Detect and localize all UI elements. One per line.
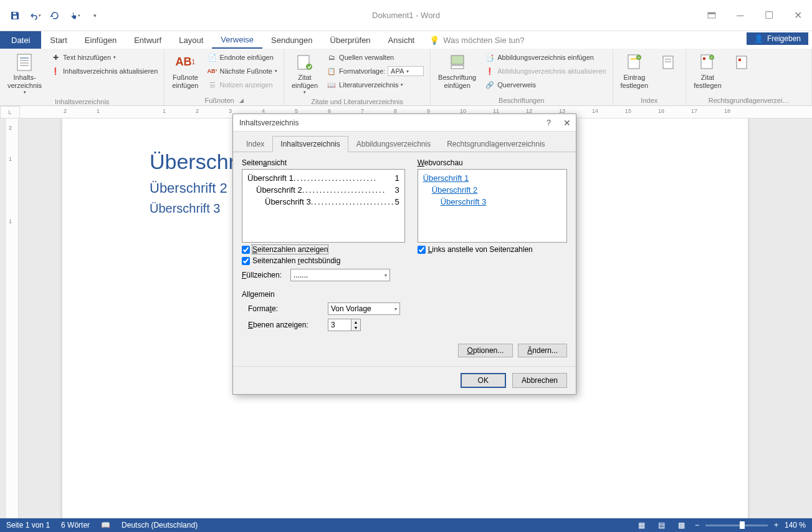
- web-preview-box[interactable]: Überschrift 1Überschrift 2Überschrift 3: [418, 169, 567, 243]
- crossref-button[interactable]: 🔗Querverweis: [482, 79, 608, 91]
- tab-ansicht[interactable]: Ansicht: [380, 31, 424, 49]
- group-label-captions: Beschriftungen: [434, 95, 608, 104]
- vertical-ruler[interactable]: 211: [6, 118, 19, 518]
- zoom-thumb[interactable]: [740, 521, 745, 529]
- ribbon-options-icon[interactable]: [697, 6, 726, 25]
- ruler-corner[interactable]: L: [0, 106, 20, 118]
- leader-combo[interactable]: .......▾: [290, 269, 390, 281]
- right-align-checkbox[interactable]: [242, 257, 250, 265]
- group-label-legal: Rechtsgrundlagenverzei…: [690, 95, 808, 104]
- zoom-slider[interactable]: [705, 525, 768, 526]
- levels-label: Ebenen anzeigen:: [248, 321, 323, 329]
- svg-text:+: +: [638, 56, 640, 60]
- insert-index-button[interactable]: [654, 51, 682, 75]
- undo-icon[interactable]: ▾: [26, 7, 44, 24]
- show-page-numbers-label[interactable]: Seitenzahlen anzeigen: [252, 245, 328, 254]
- modify-button[interactable]: Ändern...: [518, 344, 567, 357]
- tab-start[interactable]: Start: [41, 31, 75, 49]
- manage-sources-button[interactable]: 🗂Quellen verwalten: [324, 51, 426, 64]
- next-footnote-button[interactable]: AB¹Nächste Fußnote▾: [205, 65, 280, 77]
- add-text-button[interactable]: ✚Text hinzufügen▾: [48, 51, 160, 64]
- language-status[interactable]: Deutsch (Deutschland): [122, 521, 198, 530]
- dialog-tab-figures[interactable]: Abbildungsverzeichnis: [348, 136, 439, 152]
- word-count[interactable]: 6 Wörter: [61, 521, 90, 530]
- mark-entry-icon: +: [624, 52, 644, 72]
- dialog-tab-legal[interactable]: Rechtsgrundlagenverzeichnis: [439, 136, 553, 152]
- links-instead-checkbox[interactable]: [418, 246, 426, 254]
- levels-input[interactable]: [328, 319, 351, 331]
- redo-icon[interactable]: [46, 7, 64, 24]
- insert-citation-button[interactable]: Zitat einfügen ▾: [288, 51, 322, 97]
- dialog-tab-index[interactable]: Index: [238, 136, 272, 152]
- toc-icon: [15, 52, 35, 72]
- mark-entry-button[interactable]: + Eintrag festlegen: [617, 51, 652, 91]
- toc-button[interactable]: Inhalts- verzeichnis ▾: [4, 51, 45, 97]
- options-button[interactable]: Optionen...: [458, 344, 513, 357]
- dialog-tab-toc[interactable]: Inhaltsverzeichnis: [272, 136, 348, 152]
- footnotes-launcher[interactable]: ◢: [239, 97, 244, 104]
- print-layout-icon[interactable]: ▤: [655, 520, 669, 531]
- svg-text:+: +: [710, 56, 713, 60]
- add-text-icon: ✚: [50, 52, 60, 62]
- page-status[interactable]: Seite 1 von 1: [6, 521, 50, 530]
- read-mode-icon[interactable]: ▦: [635, 520, 649, 531]
- zoom-out-button[interactable]: −: [695, 521, 699, 530]
- spinner-up[interactable]: ▲: [351, 319, 360, 325]
- dialog-help-button[interactable]: ?: [547, 118, 551, 127]
- mark-citation-icon: +: [697, 52, 717, 72]
- update-figure-index-button[interactable]: ❗Abbildungsverzeichnis aktualisieren: [482, 65, 608, 77]
- show-page-numbers-checkbox[interactable]: [242, 246, 250, 254]
- svg-rect-9: [451, 56, 464, 64]
- bibliography-button[interactable]: 📖Literaturverzeichnis▾: [324, 79, 426, 91]
- show-notes-button[interactable]: ☰Notizen anzeigen: [205, 79, 280, 91]
- svg-rect-23: [738, 59, 741, 61]
- spell-check-icon[interactable]: 📖: [101, 521, 110, 530]
- minimize-button[interactable]: ─: [726, 6, 755, 25]
- tab-verweise[interactable]: Verweise: [212, 31, 262, 49]
- tab-layout[interactable]: Layout: [170, 31, 212, 49]
- maximize-button[interactable]: ☐: [755, 6, 783, 25]
- update-toc-button[interactable]: ❗Inhaltsverzeichnis aktualisieren: [48, 65, 160, 77]
- cancel-button[interactable]: Abbrechen: [512, 373, 567, 388]
- dialog-close-button[interactable]: ✕: [563, 118, 571, 128]
- web-layout-icon[interactable]: ▩: [675, 520, 689, 531]
- touch-mode-icon[interactable]: ▾: [66, 7, 84, 24]
- close-button[interactable]: ✕: [783, 6, 812, 25]
- links-instead-label[interactable]: Links anstelle von Seitenzahlen: [428, 245, 533, 254]
- print-preview-label: Seitenansicht: [242, 158, 405, 167]
- svg-rect-2: [17, 54, 31, 70]
- insert-figure-index-button[interactable]: 📑Abbildungsverzeichnis einfügen: [482, 51, 608, 64]
- style-combo[interactable]: APA▾: [388, 66, 424, 76]
- spinner-down[interactable]: ▼: [351, 325, 360, 331]
- ok-button[interactable]: OK: [461, 373, 506, 388]
- zoom-in-button[interactable]: +: [774, 521, 778, 530]
- insert-caption-button[interactable]: Beschriftung einfügen: [434, 51, 480, 91]
- dialog-titlebar[interactable]: Inhaltsverzeichnis ? ✕: [233, 114, 576, 132]
- tab-sendungen[interactable]: Sendungen: [262, 31, 322, 49]
- qat-customize-icon[interactable]: ▾: [86, 7, 103, 24]
- zoom-level[interactable]: 140 %: [785, 521, 806, 530]
- tab-einfuegen[interactable]: Einfügen: [76, 31, 125, 49]
- tab-ueberpruefen[interactable]: Überprüfen: [322, 31, 380, 49]
- insert-legal-button[interactable]: [728, 51, 755, 75]
- right-align-label[interactable]: Seitenzahlen rechtsbündig: [252, 256, 340, 265]
- formats-combo[interactable]: Von Vorlage▾: [328, 302, 400, 315]
- print-preview-box[interactable]: Überschrift 1 ........................1Ü…: [242, 169, 405, 243]
- insert-footnote-button[interactable]: AB1 Fußnote einfügen: [168, 51, 202, 91]
- levels-spinner[interactable]: ▲▼: [328, 319, 361, 331]
- save-icon[interactable]: [6, 7, 24, 24]
- quick-access-toolbar: ▾ ▾ ▾: [0, 7, 110, 24]
- tell-me-search[interactable]: 💡 Was möchten Sie tun?: [429, 31, 524, 49]
- tab-entwurf[interactable]: Entwurf: [125, 31, 170, 49]
- toc-dialog: Inhaltsverzeichnis ? ✕ Index Inhaltsverz…: [232, 114, 576, 395]
- mark-citation-button[interactable]: + Zitat festlegen: [690, 51, 725, 91]
- citation-style-row: 📋Formatvorlage: APA▾: [324, 65, 426, 77]
- group-captions: Beschriftung einfügen 📑Abbildungsverzeic…: [431, 49, 613, 105]
- insert-endnote-button[interactable]: 📄Endnote einfügen: [205, 51, 280, 64]
- lightbulb-icon: 💡: [429, 36, 439, 45]
- next-footnote-icon: AB¹: [208, 66, 217, 76]
- update-icon: ❗: [50, 66, 60, 76]
- file-tab[interactable]: Datei: [0, 31, 41, 49]
- share-button[interactable]: 👤 Freigeben: [747, 32, 808, 45]
- group-label-citations: Zitate und Literaturverzeichnis: [288, 97, 426, 105]
